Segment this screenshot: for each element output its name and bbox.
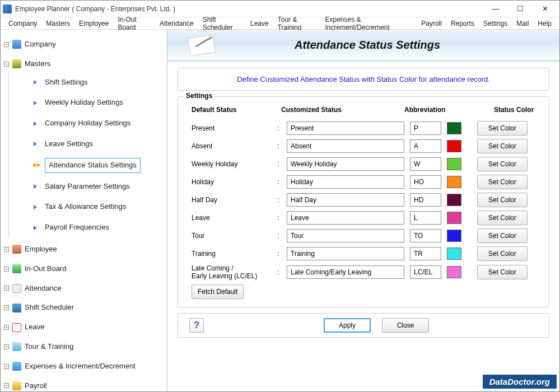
abbreviation-input[interactable] [410, 211, 441, 225]
set-color-button[interactable]: Set Color [477, 121, 528, 136]
tree-node-leave[interactable]: +Leave [3, 319, 165, 335]
tree-node-masters[interactable]: −Masters [3, 56, 165, 72]
expander-icon[interactable]: + [4, 247, 9, 252]
tree-sidebar[interactable]: +Company−MastersShift SettingsWeekly Hol… [1, 30, 167, 392]
help-icon[interactable]: ? [189, 318, 204, 333]
set-color-button[interactable]: Set Color [477, 175, 528, 189]
abbreviation-input[interactable] [410, 122, 441, 135]
abbreviation-input[interactable] [410, 193, 441, 207]
set-color-button[interactable]: Set Color [477, 246, 528, 261]
tree-child-payroll-frequencies[interactable]: Payroll Frequencies [15, 217, 165, 238]
window-title: Employee Planner ( Company - Enterprises… [15, 5, 483, 13]
expander-icon[interactable]: + [4, 305, 9, 310]
apply-button[interactable]: Apply [324, 318, 371, 333]
maximize-button[interactable]: ☐ [508, 1, 533, 17]
tree-child-attendance-status-settings[interactable]: Attendance Status Settings [15, 155, 165, 176]
employee-icon [12, 245, 21, 254]
menu-attendance[interactable]: Attendance [155, 18, 198, 29]
leave-icon [12, 323, 21, 332]
abbreviation-input[interactable] [410, 265, 441, 279]
tree-node-company[interactable]: +Company [3, 36, 165, 53]
menu-leave[interactable]: Leave [246, 18, 273, 29]
expander-icon[interactable]: + [4, 267, 9, 272]
custom-status-input[interactable] [287, 211, 404, 225]
menu-employee[interactable]: Employee [74, 18, 113, 29]
tree-child-weekly-holiday-settings[interactable]: Weekly Holiday Settings [15, 92, 165, 113]
custom-status-input[interactable] [287, 247, 404, 260]
custom-status-input[interactable] [287, 193, 404, 207]
arrow-icon [34, 80, 37, 85]
tree-node-shift-scheduler[interactable]: +Shift Scheduler [3, 300, 165, 316]
default-status-label: Weekly Holiday [192, 160, 270, 168]
inout-icon [12, 264, 21, 273]
set-color-button[interactable]: Set Color [477, 265, 528, 279]
tree-child-company-holiday-settings[interactable]: Company Holiday Settings [15, 113, 165, 134]
column-headers: Default Status Customized Status Abbrevi… [192, 102, 535, 119]
tree-node-employee[interactable]: +Employee [3, 241, 165, 258]
colon: : [276, 142, 281, 150]
menu-reports[interactable]: Reports [446, 18, 479, 29]
set-color-button[interactable]: Set Color [477, 139, 528, 153]
set-color-button[interactable]: Set Color [477, 157, 528, 171]
custom-status-input[interactable] [287, 157, 404, 171]
set-color-button[interactable]: Set Color [477, 211, 528, 225]
expander-icon[interactable]: − [4, 62, 9, 67]
menu-settings[interactable]: Settings [479, 18, 512, 29]
status-row-tr: Training:Set Color [192, 245, 535, 263]
tree-child-shift-settings[interactable]: Shift Settings [15, 72, 165, 93]
shift-icon [12, 304, 21, 312]
colon: : [276, 160, 281, 168]
custom-status-input[interactable] [287, 175, 404, 189]
tree-node-expenses-increment-decrement[interactable]: +Expenses & Increment/Decrement [3, 358, 165, 375]
custom-status-input[interactable] [287, 229, 404, 242]
color-swatch [447, 266, 461, 278]
tree-child-salary-parameter-settings[interactable]: Salary Parameter Settings [15, 176, 165, 197]
menu-company[interactable]: Company [4, 18, 41, 29]
expander-icon[interactable]: + [4, 42, 9, 47]
tree-node-payroll[interactable]: +Payroll [3, 378, 165, 392]
arrow-icon [34, 226, 37, 230]
set-color-button[interactable]: Set Color [477, 193, 528, 207]
default-status-label: Absent [192, 142, 270, 150]
expander-icon[interactable]: + [4, 364, 9, 369]
expander-icon[interactable]: + [4, 286, 9, 291]
abbreviation-input[interactable] [410, 229, 441, 242]
fetch-default-button[interactable]: Fetch Default [192, 284, 244, 299]
color-swatch [447, 230, 461, 242]
arrow-icon [34, 101, 37, 105]
app-icon [3, 4, 12, 13]
set-color-button[interactable]: Set Color [477, 228, 528, 243]
default-status-label: Half Day [192, 196, 270, 204]
tree-child-label: Shift Settings [41, 76, 91, 90]
header-default: Default Status [192, 106, 276, 114]
status-row-p: Present:Set Color [192, 119, 535, 137]
abbreviation-input[interactable] [410, 139, 441, 153]
minimize-button[interactable]: — [483, 1, 508, 17]
custom-status-input[interactable] [287, 139, 404, 153]
tree-child-leave-settings[interactable]: Leave Settings [15, 134, 165, 155]
default-status-label: Training [192, 250, 270, 258]
expander-icon[interactable]: + [4, 325, 9, 330]
tree-child-tax-allowance-settings[interactable]: Tax & Allowance Settings [15, 197, 165, 217]
close-button[interactable]: ✕ [533, 1, 557, 17]
tree-node-tour-training[interactable]: +Tour & Training [3, 339, 165, 355]
custom-status-input[interactable] [287, 122, 404, 135]
menu-payroll[interactable]: Payroll [417, 18, 446, 29]
tree-label: In-Out Board [25, 263, 66, 275]
abbreviation-input[interactable] [410, 175, 441, 189]
status-row-a: Absent:Set Color [192, 137, 535, 155]
close-panel-button[interactable]: Close [382, 318, 429, 333]
expander-icon[interactable]: + [4, 344, 9, 349]
colon: : [276, 250, 281, 258]
menu-masters[interactable]: Masters [41, 18, 74, 29]
abbreviation-input[interactable] [410, 247, 441, 260]
status-row-ho: Holiday:Set Color [192, 173, 535, 191]
pay-icon [12, 381, 21, 390]
menu-help[interactable]: Help [533, 18, 556, 29]
expander-icon[interactable]: + [4, 383, 9, 388]
tree-node-attendance[interactable]: +Attendance [3, 281, 165, 297]
tree-node-in-out-board[interactable]: +In-Out Board [3, 261, 165, 277]
custom-status-input[interactable] [287, 265, 404, 279]
menu-mail[interactable]: Mail [512, 18, 533, 29]
abbreviation-input[interactable] [410, 157, 441, 171]
